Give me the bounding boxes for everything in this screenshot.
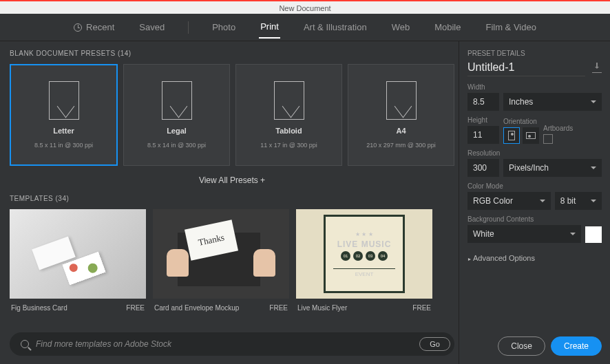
units-value: Inches [509,97,533,107]
preset-name: Tabloid [275,127,302,135]
units-select[interactable]: Inches [503,93,602,111]
background-select[interactable]: White [467,225,581,243]
artboards-label: Artboards [543,125,573,132]
background-swatch[interactable] [585,226,602,243]
page-icon [49,81,79,120]
template-name: Live Music Flyer [297,304,347,312]
background-value: White [473,229,494,239]
search-input[interactable]: Find more templates on Adobe Stock [36,339,412,349]
tab-film[interactable]: Film & Video [484,17,537,38]
tab-web[interactable]: Web [390,17,412,38]
template-price: FREE [126,304,145,312]
template-name: Card and Envelope Mockup [154,304,239,312]
resolution-units-value: Pixels/Inch [509,163,549,173]
orientation-landscape[interactable] [523,127,539,144]
preset-dims: 11 x 17 in @ 300 ppi [260,142,317,149]
close-button[interactable]: Close [498,336,545,356]
template-business-card[interactable]: Fig Business CardFREE [10,209,146,317]
preset-dims: 8.5 x 14 in @ 300 ppi [147,142,206,149]
preset-name: A4 [396,127,406,135]
preset-tabloid[interactable]: Tabloid 11 x 17 in @ 300 ppi [235,64,342,166]
tab-saved[interactable]: Saved [138,17,166,38]
window-titlebar: New Document [0,0,610,14]
advanced-label: Advanced Options [473,254,535,262]
template-live-music[interactable]: ★ ★ ★LIVE MUSIC01020304EVENT Live Music … [296,209,432,317]
template-price: FREE [412,304,431,312]
resolution-label: Resolution [467,149,602,157]
artboards-checkbox[interactable] [543,134,553,144]
colormode-select[interactable]: RGB Color [467,192,551,210]
view-all-presets[interactable]: View All Presets + [10,166,454,195]
templates-heading: TEMPLATES (34) [10,195,454,202]
bitdepth-value: 8 bit [560,196,576,206]
bitdepth-select[interactable]: 8 bit [555,192,602,210]
category-tabs: Recent Saved Photo Print Art & Illustrat… [0,14,610,41]
stock-search: Find more templates on Adobe Stock Go [10,332,454,356]
chevron-down-icon [540,200,545,205]
tab-print[interactable]: Print [259,16,280,39]
tab-recent-label: Recent [86,22,114,32]
save-preset-icon[interactable] [592,65,602,73]
background-label: Background Contents [467,215,602,223]
template-price: FREE [269,304,288,312]
page-icon [162,81,192,120]
page-icon [274,81,304,120]
advanced-options-toggle[interactable]: ▾Advanced Options [467,248,602,268]
resolution-input[interactable] [467,159,499,177]
template-thumb: ★ ★ ★LIVE MUSIC01020304EVENT [296,209,432,299]
colormode-value: RGB Color [473,196,513,206]
orientation-portrait[interactable] [503,127,520,144]
template-envelope[interactable]: Thanks Card and Envelope MockupFREE [153,209,289,317]
template-thumb: Thanks [153,209,289,299]
tab-recent[interactable]: Recent [72,17,116,38]
orientation-label: Orientation [503,118,539,125]
preset-name: Legal [167,127,187,135]
chevron-down-icon [591,200,596,205]
document-name-input[interactable]: Untitled-1 [467,61,585,76]
resolution-units-select[interactable]: Pixels/Inch [503,159,602,177]
preset-name: Letter [53,127,74,135]
preset-a4[interactable]: A4 210 x 297 mm @ 300 ppi [348,64,454,166]
tab-separator [188,21,189,34]
colormode-label: Color Mode [467,182,602,190]
chevron-down-icon [591,100,596,106]
height-input[interactable] [467,126,499,144]
chevron-down-icon [570,233,576,238]
presets-heading: BLANK DOCUMENT PRESETS (14) [10,50,454,57]
template-name: Fig Business Card [11,304,67,312]
height-label: Height [467,116,499,124]
preset-legal[interactable]: Legal 8.5 x 14 in @ 300 ppi [123,64,230,166]
chevron-down-icon [591,167,596,172]
chevron-right-icon: ▾ [466,258,472,261]
template-thumb [10,209,146,299]
preset-dims: 8.5 x 11 in @ 300 ppi [34,142,93,149]
search-go-button[interactable]: Go [419,337,450,351]
preset-dims: 210 x 297 mm @ 300 ppi [366,142,436,149]
search-icon [21,340,29,348]
tab-photo[interactable]: Photo [211,17,237,38]
preset-letter[interactable]: Letter 8.5 x 11 in @ 300 ppi [10,64,118,166]
page-icon [386,81,417,120]
tab-mobile[interactable]: Mobile [433,17,462,38]
width-input[interactable] [467,93,499,111]
preset-details-heading: PRESET DETAILS [467,50,602,57]
width-label: Width [467,83,602,91]
create-button[interactable]: Create [551,336,602,356]
tab-art[interactable]: Art & Illustration [302,17,368,38]
clock-icon [74,23,82,32]
